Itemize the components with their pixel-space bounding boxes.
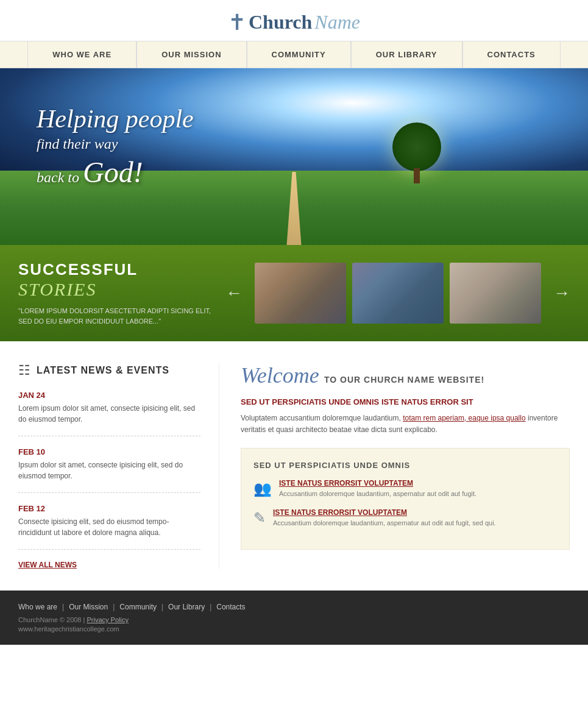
- stories-quote: "Lorem ipsum dolorsit asectetur adipti s…: [18, 306, 213, 326]
- info-item-2: ✎ ISTE NATUS ERRORSIT VOLUPTATEM Accusan…: [253, 508, 557, 528]
- hero-god-text: God!: [83, 156, 143, 188]
- edit-icon: ✎: [253, 509, 266, 527]
- view-all-news-link[interactable]: VIEW ALL NEWS: [18, 561, 200, 569]
- news-title: LATEST NEWS & EVENTS: [37, 365, 169, 376]
- info-link-1[interactable]: ISTE NATUS ERRORSIT VOLUPTATEM: [279, 479, 476, 488]
- news-header: ☷ LATEST NEWS & EVENTS: [18, 363, 200, 378]
- info-link-2[interactable]: ISTE NATUS ERRORSIT VOLUPTATEM: [273, 508, 496, 517]
- news-date-3: FEB 12: [18, 504, 200, 513]
- cross-icon: ✝: [228, 12, 246, 34]
- nav-item-who-we-are[interactable]: WHO WE ARE: [27, 41, 136, 68]
- story-image-3[interactable]: [450, 263, 541, 324]
- footer-sep-4: |: [210, 603, 211, 611]
- hero-line3: back to God!: [37, 155, 194, 189]
- stories-title-italic: Stories: [18, 279, 96, 299]
- hero-tree-trunk: [414, 168, 420, 183]
- footer-link-library[interactable]: Our Library: [168, 603, 205, 611]
- footer-link-mission[interactable]: Our Mission: [69, 603, 108, 611]
- stories-title: SUCCESSFUL Stories: [18, 260, 213, 300]
- footer-nav: Who we are | Our Mission | Community | O…: [18, 603, 570, 611]
- welcome-column: Welcome TO OUR CHURCH NAME WEBSITE! SED …: [219, 363, 570, 569]
- info-box: SED UT PERSPICIATIS UNDE OMNIS 👥 ISTE NA…: [241, 448, 570, 550]
- footer-copy: ChurchName © 2008 | Privacy Policy: [18, 616, 570, 623]
- news-column: ☷ LATEST NEWS & EVENTS JAN 24 Lorem ipsu…: [18, 363, 219, 569]
- hero-tree-top: [392, 122, 441, 171]
- welcome-link[interactable]: totam rem aperiam, eaque ipsa quallo: [403, 414, 525, 422]
- welcome-subtitle: SED UT PERSPICIATIS UNDE OMNIS ISTE NATU…: [241, 397, 570, 406]
- news-date-2: FEB 10: [18, 447, 200, 456]
- nav-item-community[interactable]: COMMUNITY: [247, 41, 351, 68]
- footer-link-contacts[interactable]: Contacts: [216, 603, 245, 611]
- logo-church-text: Church: [249, 11, 312, 34]
- nav-item-contacts[interactable]: CONTACTS: [462, 41, 561, 68]
- story-image-2[interactable]: [352, 263, 444, 324]
- logo: ✝ Church Name: [228, 11, 360, 34]
- story-image-1[interactable]: [255, 263, 346, 324]
- stories-images: [255, 263, 541, 324]
- hero-tree: [392, 122, 441, 183]
- info-desc-1: Accusantium doloremque laudantium, asper…: [279, 489, 476, 498]
- welcome-heading: Welcome TO OUR CHURCH NAME WEBSITE!: [241, 363, 570, 388]
- stories-section: SUCCESSFUL Stories "Lorem ipsum dolorsit…: [0, 245, 588, 341]
- main-content: ☷ LATEST NEWS & EVENTS JAN 24 Lorem ipsu…: [0, 341, 588, 591]
- news-text-3: Consecte ipisicing elit, sed do eiusmod …: [18, 516, 200, 538]
- news-icon: ☷: [18, 363, 30, 378]
- welcome-sub-text: TO OUR CHURCH NAME WEBSITE!: [324, 375, 484, 385]
- footer-url: www.heritagechristiancollege.com: [18, 625, 570, 633]
- news-date-1: JAN 24: [18, 391, 200, 400]
- info-item-2-content: ISTE NATUS ERRORSIT VOLUPTATEM Accusanti…: [273, 508, 496, 528]
- footer-sep-2: |: [113, 603, 115, 611]
- logo-name-text: Name: [314, 11, 360, 34]
- people-icon: 👥: [253, 480, 272, 497]
- hero-banner: Helping people find their way back to Go…: [0, 68, 588, 245]
- info-item-1: 👥 ISTE NATUS ERRORSIT VOLUPTATEM Accusan…: [253, 479, 557, 498]
- prev-arrow-icon[interactable]: ←: [225, 283, 243, 303]
- footer-sep-3: |: [161, 603, 163, 611]
- news-text-1: Lorem ipsum dolor sit amet, consecte ipi…: [18, 403, 200, 425]
- header: ✝ Church Name: [0, 0, 588, 41]
- footer: Who we are | Our Mission | Community | O…: [0, 591, 588, 645]
- news-item-1: JAN 24 Lorem ipsum dolor sit amet, conse…: [18, 391, 200, 436]
- welcome-italic-word: Welcome: [241, 363, 319, 388]
- info-desc-2: Accusantium doloremque laudantium, asper…: [273, 519, 496, 528]
- next-arrow-icon[interactable]: →: [553, 283, 570, 303]
- welcome-paragraph: Voluptatem accusantium doloremque laudan…: [241, 413, 570, 436]
- news-text-2: Ipsum dolor sit amet, consecte ipisicing…: [18, 459, 200, 481]
- footer-link-who[interactable]: Who we are: [18, 603, 57, 611]
- footer-link-community[interactable]: Community: [119, 603, 157, 611]
- nav-item-our-mission[interactable]: OUR MISSION: [136, 41, 246, 68]
- info-item-1-content: ISTE NATUS ERRORSIT VOLUPTATEM Accusanti…: [279, 479, 476, 498]
- hero-line1: Helping people: [37, 105, 194, 133]
- footer-privacy-link[interactable]: Privacy Policy: [87, 616, 128, 623]
- footer-sep-1: |: [62, 603, 64, 611]
- news-item-3: FEB 12 Consecte ipisicing elit, sed do e…: [18, 504, 200, 550]
- main-nav: WHO WE ARE OUR MISSION COMMUNITY OUR LIB…: [0, 41, 588, 68]
- news-item-2: FEB 10 Ipsum dolor sit amet, consecte ip…: [18, 447, 200, 493]
- hero-text: Helping people find their way back to Go…: [37, 105, 194, 189]
- nav-item-our-library[interactable]: OUR LIBRARY: [351, 41, 462, 68]
- hero-line2: find their way: [37, 136, 194, 152]
- info-box-title: SED UT PERSPICIATIS UNDE OMNIS: [253, 461, 557, 470]
- stories-text: SUCCESSFUL Stories "Lorem ipsum dolorsit…: [18, 260, 213, 326]
